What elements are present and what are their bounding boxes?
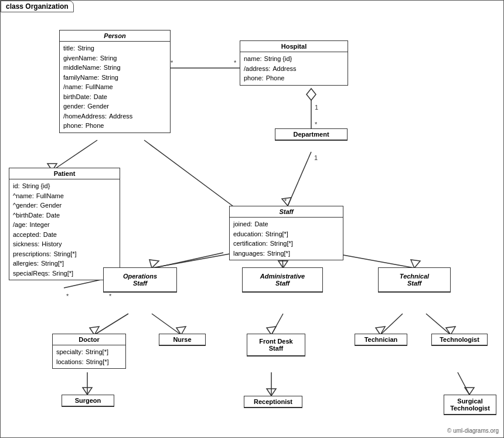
- svg-text:*: *: [315, 121, 318, 128]
- svg-line-8: [288, 152, 311, 206]
- technologist-title: Technologist: [432, 334, 487, 345]
- svg-marker-32: [83, 388, 92, 395]
- staff-class: Staff joined:Date education:String[*] ce…: [229, 206, 343, 260]
- technical-staff-class: TechnicalStaff: [378, 267, 451, 293]
- svg-line-29: [426, 314, 451, 335]
- nurse-class: Nurse: [159, 334, 206, 346]
- svg-text:*: *: [284, 198, 287, 205]
- operations-staff-class: OperationsStaff: [103, 267, 177, 293]
- person-class: Person title:String givenName:String mid…: [59, 30, 171, 133]
- doctor-class: Doctor specialty:String[*] locations:Str…: [52, 334, 126, 369]
- surgical-technologist-title: SurgicalTechnologist: [444, 395, 496, 415]
- operations-staff-title: OperationsStaff: [104, 268, 176, 292]
- hospital-title: Hospital: [240, 41, 348, 52]
- surgical-technologist-class: SurgicalTechnologist: [444, 395, 496, 415]
- svg-marker-20: [411, 260, 420, 268]
- staff-attrs: joined:Date education:String[*] certific…: [230, 218, 343, 260]
- doctor-title: Doctor: [53, 334, 125, 345]
- technician-class: Technician: [355, 334, 407, 346]
- technical-staff-title: TechnicalStaff: [379, 268, 450, 292]
- receptionist-class: Receptionist: [244, 396, 302, 408]
- copyright: © uml-diagrams.org: [447, 427, 499, 434]
- hospital-attrs: name:String {id} /address:Address phone:…: [240, 52, 348, 85]
- person-attrs: title:String givenName:String middleName…: [60, 42, 170, 133]
- front-desk-staff-class: Front DeskStaff: [247, 334, 305, 356]
- nurse-title: Nurse: [159, 334, 205, 345]
- administrative-staff-class: AdministrativeStaff: [242, 267, 323, 293]
- svg-line-21: [94, 314, 128, 335]
- patient-title: Patient: [9, 168, 120, 179]
- svg-marker-5: [307, 89, 316, 100]
- svg-marker-16: [149, 260, 159, 268]
- svg-text:*: *: [66, 293, 69, 300]
- technologist-class: Technologist: [431, 334, 488, 346]
- svg-text:*: *: [171, 59, 173, 66]
- receptionist-title: Receptionist: [244, 396, 302, 408]
- diagram-title: class Organization: [1, 1, 74, 12]
- svg-line-0: [52, 140, 97, 171]
- svg-line-25: [271, 314, 283, 335]
- person-title: Person: [60, 30, 170, 42]
- svg-text:*: *: [234, 59, 237, 66]
- svg-text:1: 1: [314, 154, 318, 161]
- surgeon-title: Surgeon: [62, 395, 114, 406]
- administrative-staff-title: AdministrativeStaff: [243, 268, 322, 292]
- svg-text:*: *: [109, 293, 112, 300]
- front-desk-staff-title: Front DeskStaff: [247, 334, 305, 356]
- department-class: Department: [275, 128, 348, 141]
- hospital-class: Hospital name:String {id} /address:Addre…: [240, 40, 348, 86]
- svg-text:1: 1: [315, 104, 318, 111]
- doctor-attrs: specialty:String[*] locations:String[*]: [53, 345, 125, 368]
- surgeon-class: Surgeon: [62, 395, 114, 407]
- technician-title: Technician: [355, 334, 407, 345]
- svg-line-2: [144, 140, 247, 216]
- patient-attrs: id:String {id} ^name:FullName ^gender:Ge…: [9, 179, 120, 280]
- svg-marker-9: [282, 198, 291, 206]
- svg-marker-36: [465, 388, 474, 395]
- svg-marker-34: [267, 389, 276, 396]
- diagram-container: class Organization 1 * 1 * * *: [0, 0, 504, 438]
- patient-class: Patient id:String {id} ^name:FullName ^g…: [9, 168, 120, 280]
- staff-title: Staff: [230, 206, 343, 218]
- department-title: Department: [275, 129, 347, 140]
- svg-line-23: [152, 314, 181, 335]
- svg-line-27: [380, 314, 403, 335]
- svg-line-35: [458, 372, 469, 395]
